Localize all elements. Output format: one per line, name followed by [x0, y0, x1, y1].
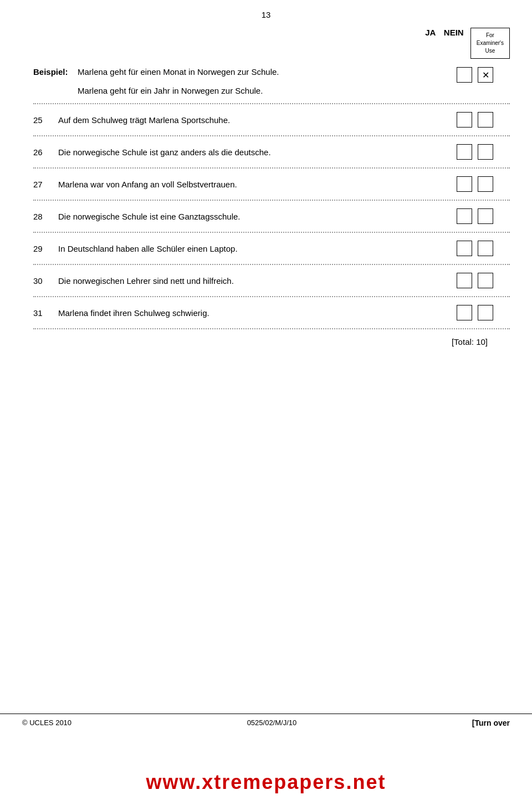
q26-number: 26 [33, 147, 58, 157]
dotted-divider-4 [33, 232, 510, 233]
examiner-use-box: For Examiner's Use [470, 28, 510, 59]
q29-nein-checkbox[interactable] [478, 241, 493, 256]
q31-nein-checkbox[interactable] [478, 305, 493, 320]
question-30-row: 30 Die norwegischen Lehrer sind nett und… [33, 273, 510, 288]
example-text: Marlena geht für einen Monat in Norwegen… [78, 67, 457, 77]
watermark-text: www.xtremepapers.net [0, 771, 532, 794]
question-29-row: 29 In Deutschland haben alle Schüler ein… [33, 241, 510, 256]
question-27-row: 27 Marlena war von Anfang an voll Selbst… [33, 176, 510, 192]
question-27-section: 27 Marlena war von Anfang an voll Selbst… [33, 176, 510, 192]
q27-nein-checkbox[interactable] [478, 176, 493, 192]
q28-ja-checkbox[interactable] [457, 208, 472, 224]
q25-nein-checkbox[interactable] [478, 112, 493, 128]
total-label: [Total: 10] [452, 337, 488, 347]
examiner-line2: Examiner's [477, 39, 504, 47]
q30-text: Die norwegischen Lehrer sind nett und hi… [58, 276, 457, 286]
q30-nein-checkbox[interactable] [478, 273, 493, 288]
q30-number: 30 [33, 276, 58, 286]
question-31-row: 31 Marlena findet ihren Schulweg schwier… [33, 305, 510, 320]
nein-column-header: NEIN [444, 28, 459, 37]
q27-ja-checkbox[interactable] [457, 176, 472, 192]
q30-checkboxes [457, 273, 510, 288]
example-section: Beispiel: Marlena geht für einen Monat i… [33, 67, 510, 95]
q28-number: 28 [33, 212, 58, 221]
q29-text: In Deutschland haben alle Schüler einen … [58, 244, 457, 253]
main-content: Beispiel: Marlena geht für einen Monat i… [0, 67, 532, 347]
q27-number: 27 [33, 180, 58, 189]
question-31-section: 31 Marlena findet ihren Schulweg schwier… [33, 305, 510, 320]
watermark-part3: .net [346, 771, 386, 793]
q27-checkboxes [457, 176, 510, 192]
nein-mark: ✕ [482, 70, 489, 80]
q31-checkboxes [457, 305, 510, 320]
watermark-part1: www. [146, 771, 202, 793]
q25-text: Auf dem Schulweg trägt Marlena Sportschu… [58, 115, 457, 125]
question-26-section: 26 Die norwegische Schule ist ganz ander… [33, 144, 510, 160]
example-nein-checkbox[interactable]: ✕ [478, 67, 493, 83]
q26-checkboxes [457, 144, 510, 160]
q25-number: 25 [33, 115, 58, 125]
example-label: Beispiel: [33, 67, 78, 77]
example-checkboxes: ✕ [457, 67, 510, 83]
q27-text: Marlena war von Anfang an voll Selbstver… [58, 180, 457, 189]
examiner-line3: Use [477, 47, 504, 55]
example-second-line-text: Marlena geht für ein Jahr in Norwegen zu… [78, 86, 510, 95]
ja-column-header: JA [423, 28, 438, 37]
q28-checkboxes [457, 208, 510, 224]
q26-ja-checkbox[interactable] [457, 144, 472, 160]
question-25-section: 25 Auf dem Schulweg trägt Marlena Sports… [33, 112, 510, 128]
question-30-section: 30 Die norwegischen Lehrer sind nett und… [33, 273, 510, 288]
q25-checkboxes [457, 112, 510, 128]
watermark: www.xtremepapers.net [0, 771, 532, 794]
dotted-divider-0 [33, 103, 510, 104]
q26-text: Die norwegische Schule ist ganz anders a… [58, 147, 457, 157]
q31-text: Marlena findet ihren Schulweg schwierig. [58, 308, 457, 318]
q26-nein-checkbox[interactable] [478, 144, 493, 160]
footer-turn-over: [Turn over [472, 719, 510, 727]
q30-ja-checkbox[interactable] [457, 273, 472, 288]
footer: © UCLES 2010 0525/02/M/J/10 [Turn over [0, 714, 532, 727]
dotted-divider-7 [33, 328, 510, 329]
q29-checkboxes [457, 241, 510, 256]
example-second-line: Marlena geht für ein Jahr in Norwegen zu… [33, 86, 510, 95]
q25-ja-checkbox[interactable] [457, 112, 472, 128]
q29-ja-checkbox[interactable] [457, 241, 472, 256]
footer-code: 0525/02/M/J/10 [247, 719, 297, 727]
examiner-line1: For [477, 32, 504, 39]
q29-number: 29 [33, 244, 58, 253]
question-26-row: 26 Die norwegische Schule ist ganz ander… [33, 144, 510, 160]
question-28-row: 28 Die norwegische Schule ist eine Ganzt… [33, 208, 510, 224]
page-number: 13 [0, 0, 532, 19]
footer-copyright: © UCLES 2010 [22, 719, 71, 727]
dotted-divider-3 [33, 200, 510, 201]
question-25-row: 25 Auf dem Schulweg trägt Marlena Sports… [33, 112, 510, 128]
total-row: [Total: 10] [33, 337, 510, 347]
q28-text: Die norwegische Schule ist eine Ganztags… [58, 212, 457, 221]
dotted-divider-5 [33, 264, 510, 265]
q31-number: 31 [33, 308, 58, 318]
dotted-divider-6 [33, 296, 510, 297]
example-row: Beispiel: Marlena geht für einen Monat i… [33, 67, 510, 83]
exam-page: 13 JA NEIN For Examiner's Use Be [0, 0, 532, 805]
question-28-section: 28 Die norwegische Schule ist eine Ganzt… [33, 208, 510, 224]
dotted-divider-1 [33, 135, 510, 136]
q28-nein-checkbox[interactable] [478, 208, 493, 224]
question-29-section: 29 In Deutschland haben alle Schüler ein… [33, 241, 510, 256]
example-ja-checkbox[interactable] [457, 67, 472, 83]
q31-ja-checkbox[interactable] [457, 305, 472, 320]
dotted-divider-2 [33, 167, 510, 169]
watermark-part2: xtremepapers [202, 771, 346, 793]
header-area: JA NEIN For Examiner's Use [0, 19, 532, 59]
